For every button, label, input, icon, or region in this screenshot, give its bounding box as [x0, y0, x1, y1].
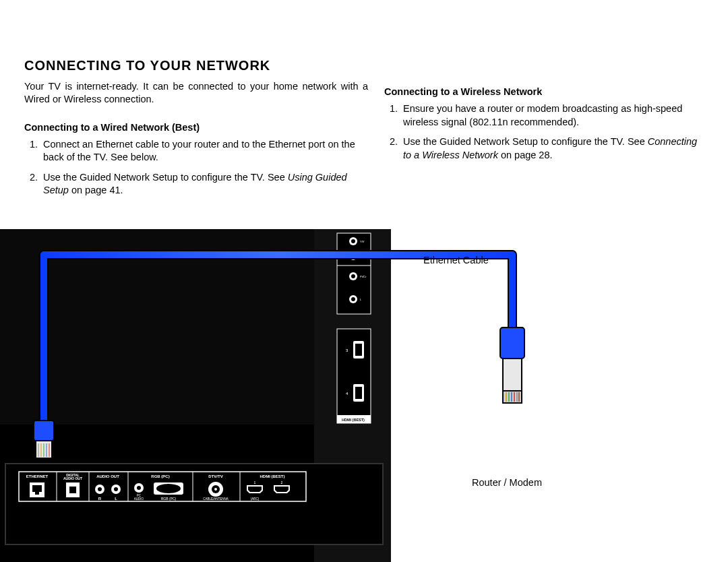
svg-text:L: L	[115, 497, 117, 501]
svg-point-24	[137, 486, 141, 490]
svg-rect-68	[503, 358, 522, 391]
router-modem-label: Router / Modem	[472, 477, 542, 488]
wired-step-2b: on page 41.	[69, 185, 123, 195]
wireless-step-2: Use the Guided Network Setup to configur…	[400, 135, 706, 162]
wired-step-1: Connect an Ethernet cable to your router…	[40, 138, 368, 164]
svg-point-32	[214, 488, 217, 491]
wired-heading: Connecting to a Wired Network (Best)	[24, 122, 368, 133]
svg-text:Pr/Cr: Pr/Cr	[360, 275, 367, 278]
svg-text:2: 2	[281, 480, 283, 485]
svg-rect-53	[355, 344, 362, 356]
ethernet-plug-right-icon	[500, 327, 524, 403]
svg-point-45	[351, 297, 355, 301]
port-ethernet-label: ETHERNET	[26, 474, 49, 478]
intro-text: Your TV is internet-ready. It can be con…	[24, 80, 368, 106]
port-rgb-pc-label: RGB (PC)	[151, 474, 169, 478]
ethernet-plug-left-icon	[34, 420, 54, 458]
page-title: CONNECTING TO YOUR NETWORK	[24, 58, 368, 73]
svg-point-39	[351, 239, 355, 243]
port-audio-out-label: AUDIO OUT	[96, 474, 119, 478]
svg-text:1: 1	[254, 480, 256, 485]
svg-text:CABLE/ANTENNA: CABLE/ANTENNA	[203, 497, 229, 501]
svg-point-20	[114, 487, 118, 491]
svg-rect-60	[34, 420, 54, 441]
wired-steps: Connect an Ethernet cable to your router…	[24, 138, 368, 197]
wireless-heading: Connecting to a Wireless Network	[384, 86, 706, 97]
wired-step-2: Use the Guided Network Setup to configur…	[40, 171, 368, 197]
svg-rect-16	[69, 487, 76, 493]
wireless-step-2a: Use the Guided Network Setup to configur…	[403, 136, 648, 147]
svg-text:R: R	[98, 497, 102, 501]
port-dtvtv-label: DTV/TV	[208, 474, 222, 478]
svg-rect-67	[500, 327, 524, 358]
wireless-steps: Ensure you have a router or modem broadc…	[384, 102, 706, 162]
svg-rect-55	[355, 387, 362, 399]
svg-text:AUDIO: AUDIO	[134, 497, 144, 501]
svg-point-43	[351, 274, 355, 278]
connection-diagram: ETHERNET DIGITAL AUDIO OUT AUDIO OUT RGB…	[0, 228, 728, 562]
svg-rect-13	[32, 485, 42, 492]
svg-text:Y/V: Y/V	[360, 240, 365, 243]
wireless-step-2b: on page 28.	[498, 150, 553, 160]
port-hdmi-best-label: HDMI (BEST)	[260, 474, 285, 478]
svg-point-28	[156, 484, 181, 493]
svg-text:AUDIO OUT: AUDIO OUT	[63, 476, 82, 480]
ethernet-cable-label: Ethernet Cable	[423, 255, 489, 266]
svg-rect-14	[35, 492, 39, 495]
svg-point-18	[98, 487, 102, 491]
svg-text:HDMI (BEST): HDMI (BEST)	[342, 418, 365, 422]
wired-step-2a: Use the Guided Network Setup to configur…	[43, 172, 288, 183]
wireless-step-1: Ensure you have a router or modem broadc…	[400, 102, 706, 129]
svg-text:(ARC): (ARC)	[251, 497, 260, 501]
svg-text:RGB (PC): RGB (PC)	[161, 497, 177, 501]
